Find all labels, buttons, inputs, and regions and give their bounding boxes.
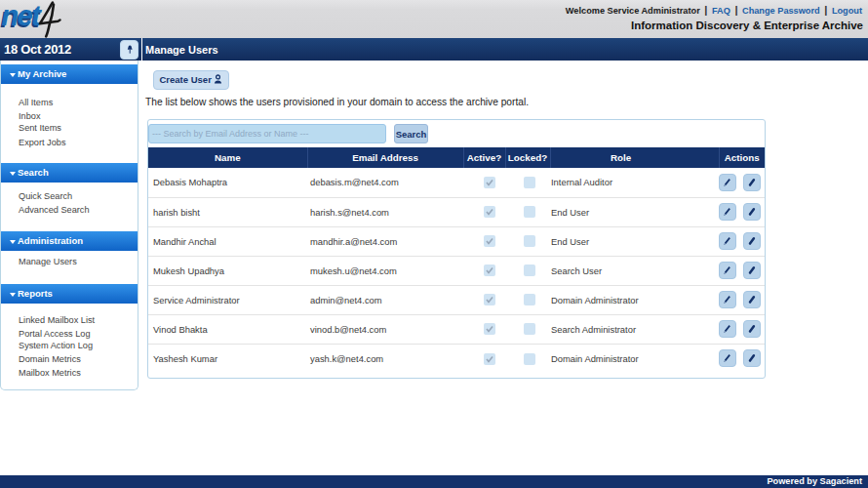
svg-text:net: net [2, 0, 43, 31]
